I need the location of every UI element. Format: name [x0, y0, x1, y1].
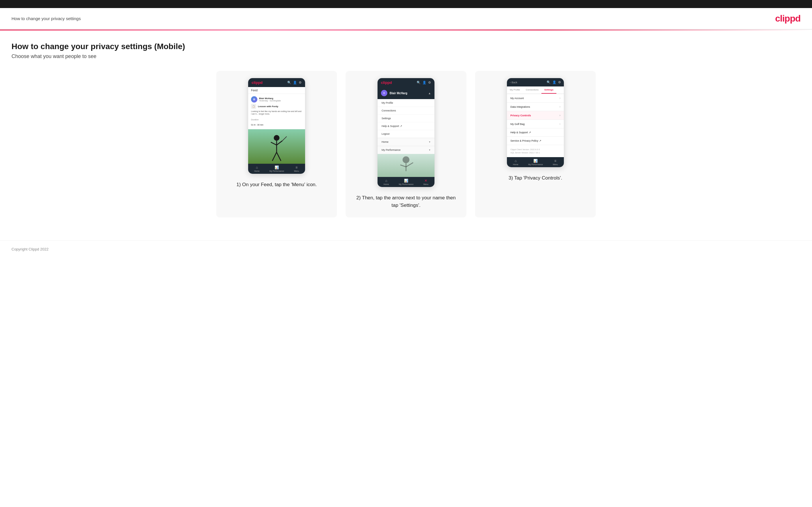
home-label-2: Home — [384, 183, 389, 185]
page-heading: How to change your privacy settings (Mob… — [11, 42, 801, 51]
help-support-label: Help & Support ↗ — [510, 131, 531, 134]
menu-logout[interactable]: Logout — [377, 130, 435, 138]
feed-avatar: B — [251, 96, 257, 103]
settings-golf-bag[interactable]: My Golf Bag › — [507, 120, 564, 128]
performance-label-2: My Performance — [399, 183, 413, 185]
phone-mockup-3: ‹ Back 🔍 👤 ⚙ My Profile Connections Sett… — [507, 78, 564, 167]
feed-item: B Blair McHarg Yesterday · Sunningdale 📋… — [248, 94, 305, 129]
svg-line-3 — [276, 141, 283, 145]
steps-grid: clippd 🔍 👤 ⚙ Feed B Blair McHarg — [11, 71, 801, 217]
footer: Copyright Clippd 2022 — [0, 240, 812, 258]
settings-privacy-controls[interactable]: Privacy Controls › — [507, 111, 564, 120]
close-icon: ✕ — [424, 179, 427, 183]
svg-line-4 — [272, 152, 276, 161]
settings-my-account[interactable]: My Account › — [507, 94, 564, 103]
phone2-bottom-bar: ⌂ Home 📊 My Performance ✕ Menu — [377, 177, 435, 187]
menu-help-support[interactable]: Help & Support ↗ — [377, 122, 435, 130]
feed-lesson-row: 📋 Lesson with Fordy — [251, 104, 302, 109]
svg-point-7 — [403, 156, 409, 163]
menu-my-profile[interactable]: My Profile — [377, 99, 435, 107]
menu-icon-3: ≡ — [554, 159, 556, 163]
feed-user-name: Blair McHarg — [259, 97, 281, 100]
performance-icon-2: 📊 — [404, 179, 408, 183]
performance-label-3: My Performance — [528, 163, 543, 165]
svg-line-2 — [271, 142, 276, 145]
menu-label-3: Menu — [553, 163, 558, 165]
bottom-performance-2: 📊 My Performance — [399, 179, 413, 185]
step-2-card: clippd 🔍 👤 ⚙ B Blair McHarg ▲ M — [346, 71, 466, 217]
svg-line-6 — [283, 136, 287, 141]
chevron-down-icon-2: ▾ — [429, 149, 430, 151]
phone2-nav: clippd 🔍 👤 ⚙ — [377, 78, 435, 87]
copyright-text: Copyright Clippd 2022 — [11, 247, 49, 251]
top-bar — [0, 0, 812, 8]
page-subheading: Choose what you want people to see — [11, 53, 801, 59]
chevron-right-icon-3: › — [560, 114, 560, 117]
duration-row: Duration 01 hr : 30 min — [251, 116, 302, 127]
settings-icon: ⚙ — [299, 81, 302, 84]
menu-label: Menu — [294, 170, 299, 172]
settings-icon-3: ⚙ — [558, 80, 561, 84]
settings-data-integrations[interactable]: Data Integrations › — [507, 103, 564, 111]
bottom-home-2: ⌂ Home — [384, 179, 389, 185]
tab-my-profile[interactable]: My Profile — [507, 87, 523, 94]
menu-user-row[interactable]: B Blair McHarg ▲ — [377, 87, 435, 99]
home-icon-3: ⌂ — [515, 159, 517, 163]
settings-help-support[interactable]: Help & Support ↗ — [507, 128, 564, 137]
phone1-logo: clippd — [252, 80, 262, 85]
menu-settings[interactable]: Settings — [377, 115, 435, 122]
step-1-card: clippd 🔍 👤 ⚙ Feed B Blair McHarg — [216, 71, 337, 217]
settings-icon-2: ⚙ — [428, 81, 431, 84]
header-title: How to change your privacy settings — [11, 16, 81, 21]
search-icon-3: 🔍 — [547, 80, 551, 84]
menu-bg-area — [377, 154, 435, 177]
privacy-controls-label: Privacy Controls — [510, 114, 531, 117]
bottom-close[interactable]: ✕ Menu — [423, 179, 428, 185]
menu-section-home[interactable]: Home ▾ — [377, 138, 435, 146]
home-label-3: Home — [513, 163, 518, 165]
chevron-right-icon: › — [560, 97, 560, 100]
logo: clippd — [775, 13, 801, 24]
phone3-icons: 🔍 👤 ⚙ — [547, 80, 561, 84]
bottom-menu-3[interactable]: ≡ Menu — [553, 159, 558, 165]
data-integrations-label: Data Integrations — [510, 105, 530, 108]
menu-label-2: Menu — [423, 183, 428, 185]
phone2-icons: 🔍 👤 ⚙ — [417, 81, 431, 84]
service-privacy-label: Service & Privacy Policy ↗ — [510, 139, 542, 142]
performance-icon-3: 📊 — [534, 159, 538, 163]
svg-line-9 — [400, 165, 406, 167]
home-section-label: Home — [382, 140, 389, 143]
home-icon-2: ⌂ — [385, 179, 387, 183]
phone1-nav: clippd 🔍 👤 ⚙ — [248, 78, 305, 87]
bottom-home-3: ⌂ Home — [513, 159, 518, 165]
phone3-bottom-bar: ⌂ Home 📊 My Performance ≡ Menu — [507, 157, 564, 167]
settings-service-privacy[interactable]: Service & Privacy Policy ↗ — [507, 137, 564, 145]
bottom-menu[interactable]: ≡ Menu — [294, 165, 299, 172]
duration-label: Duration — [251, 119, 258, 121]
back-label: Back — [511, 81, 517, 84]
settings-tabs: My Profile Connections Settings — [507, 87, 564, 94]
menu-avatar: B — [381, 90, 387, 96]
feed-user-info: Blair McHarg Yesterday · Sunningdale — [259, 97, 281, 102]
menu-section-performance[interactable]: My Performance ▾ — [377, 146, 435, 154]
tab-connections[interactable]: Connections — [523, 87, 542, 94]
menu-connections[interactable]: Connections — [377, 107, 435, 115]
chevron-up-icon: ▲ — [428, 92, 431, 95]
duration-value: 01 hr : 30 min — [251, 124, 263, 126]
bottom-performance-3: 📊 My Performance — [528, 159, 543, 165]
tab-settings[interactable]: Settings — [542, 87, 556, 94]
chevron-left-icon: ‹ — [510, 81, 511, 84]
user-icon: 👤 — [293, 81, 297, 84]
performance-label: My Performance — [269, 170, 284, 172]
back-button[interactable]: ‹ Back — [510, 81, 517, 84]
bottom-home: ⌂ Home — [254, 165, 260, 172]
home-icon: ⌂ — [256, 165, 258, 169]
feed-tab: Feed — [248, 87, 305, 94]
bottom-performance: 📊 My Performance — [269, 165, 284, 172]
step-3-card: ‹ Back 🔍 👤 ⚙ My Profile Connections Sett… — [475, 71, 596, 217]
step3-caption: 3) Tap 'Privacy Controls'. — [509, 174, 562, 182]
lesson-icon: 📋 — [251, 104, 256, 109]
feed-user-row: B Blair McHarg Yesterday · Sunningdale — [251, 96, 302, 103]
golf-image — [248, 129, 305, 164]
menu-icon: ≡ — [296, 165, 298, 169]
